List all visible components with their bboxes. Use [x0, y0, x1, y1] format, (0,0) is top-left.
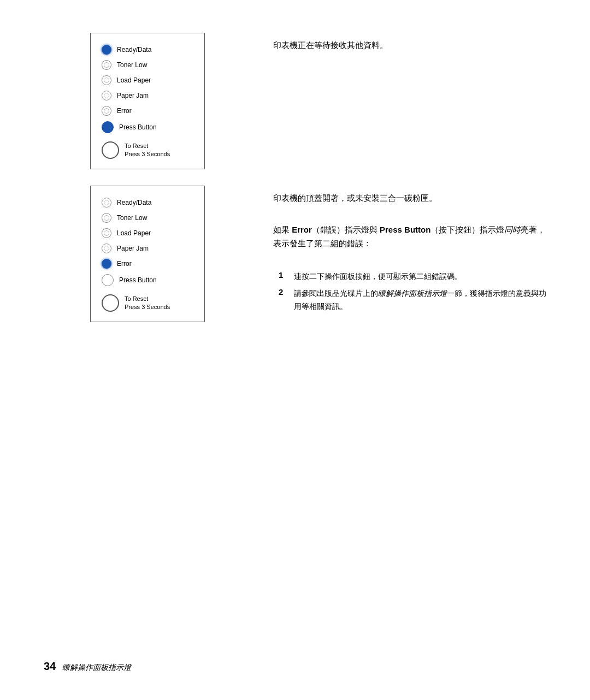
- led-inner-load-paper-1: [104, 78, 109, 83]
- reset-button-2: [102, 294, 119, 312]
- indicator-row-ready-data-2: Ready/Data: [102, 196, 193, 209]
- led-inner-load-paper-2: [104, 230, 109, 236]
- label-ready-data-2: Ready/Data: [117, 199, 151, 206]
- led-toner-low-2: [102, 213, 111, 223]
- reset-label-line1-2: To Reset: [125, 295, 170, 303]
- label-ready-data-1: Ready/Data: [117, 46, 151, 54]
- reset-area-2: To Reset Press 3 Seconds: [102, 290, 193, 312]
- indicator-row-paper-jam-2: Paper Jam: [102, 242, 193, 255]
- led-inner-ready-data-2: [104, 200, 109, 205]
- step-2-number: 2: [279, 287, 288, 296]
- led-inner-paper-jam-2: [104, 246, 109, 251]
- step2-italic: 瞭解操作面板指示燈: [378, 289, 447, 298]
- section-1: Ready/Data Toner Low Load Paper: [44, 33, 546, 169]
- led-inner-error-1: [104, 108, 109, 114]
- reset-labels-2: To Reset Press 3 Seconds: [125, 295, 170, 312]
- indicator-row-toner-low-1: Toner Low: [102, 58, 193, 72]
- led-inner-toner-low-1: [104, 62, 109, 68]
- footer-title: 瞭解操作面板指示燈: [62, 663, 131, 673]
- reset-label-line2-1: Press 3 Seconds: [125, 150, 170, 158]
- label-error-1: Error: [117, 107, 132, 115]
- led-ready-data-2: [102, 198, 111, 207]
- led-inner-ready-data-1: [104, 47, 109, 52]
- right-column-2: 印表機的頂蓋開著，或未安裝三合一碳粉匣。 如果 Error（錯誤）指示燈與 Pr…: [251, 186, 546, 322]
- desc2-italic: 同時: [504, 225, 521, 234]
- desc2-pressbutton-keyword: Press Button: [380, 225, 430, 234]
- led-inner-paper-jam-1: [104, 93, 109, 98]
- indicator-row-load-paper-1: Load Paper: [102, 74, 193, 87]
- footer: 34 瞭解操作面板指示燈: [44, 660, 131, 673]
- section-2: Ready/Data Toner Low Load Paper: [44, 186, 546, 322]
- label-paper-jam-1: Paper Jam: [117, 92, 149, 99]
- label-press-button-2: Press Button: [119, 276, 157, 284]
- led-error-1: [102, 106, 111, 116]
- page-number: 34: [44, 660, 56, 673]
- description-1: 印表機正在等待接收其他資料。: [273, 38, 546, 52]
- led-paper-jam-2: [102, 244, 111, 253]
- indicator-panel-2: Ready/Data Toner Low Load Paper: [90, 186, 205, 322]
- step-1-text: 連按二下操作面板按鈕，便可顯示第二組錯誤碼。: [294, 270, 462, 283]
- led-press-button-1: [102, 121, 114, 133]
- reset-button-1: [102, 141, 119, 159]
- led-inner-toner-low-2: [104, 215, 109, 221]
- reset-area-1: To Reset Press 3 Seconds: [102, 137, 193, 159]
- step-2: 2 請參閱出版品光碟片上的瞭解操作面板指示燈一節，獲得指示燈的意義與功用等相關資…: [279, 287, 546, 313]
- step2-prefix: 請參閱出版品光碟片上的: [294, 289, 378, 298]
- label-load-paper-1: Load Paper: [117, 76, 151, 84]
- led-ready-data-1: [102, 45, 111, 55]
- reset-label-line2-2: Press 3 Seconds: [125, 303, 170, 311]
- indicator-row-press-button-1: Press Button: [102, 120, 193, 135]
- indicator-panel-1: Ready/Data Toner Low Load Paper: [90, 33, 205, 169]
- led-toner-low-1: [102, 60, 111, 70]
- desc2-error-keyword: Error: [292, 225, 312, 234]
- step-1: 1 連按二下操作面板按鈕，便可顯示第二組錯誤碼。: [279, 270, 546, 283]
- page: Ready/Data Toner Low Load Paper: [0, 0, 590, 700]
- description-2-line1: 印表機的頂蓋開著，或未安裝三合一碳粉匣。: [273, 191, 546, 205]
- step-2-text: 請參閱出版品光碟片上的瞭解操作面板指示燈一節，獲得指示燈的意義與功用等相關資訊。: [294, 287, 546, 313]
- left-column-1: Ready/Data Toner Low Load Paper: [44, 33, 251, 169]
- label-toner-low-2: Toner Low: [117, 214, 147, 222]
- desc2-prefix: 如果: [273, 225, 292, 234]
- led-press-button-2: [102, 274, 114, 286]
- indicator-row-load-paper-2: Load Paper: [102, 227, 193, 240]
- label-press-button-1: Press Button: [119, 123, 157, 131]
- indicator-row-error-2: Error: [102, 257, 193, 270]
- reset-label-line1-1: To Reset: [125, 142, 170, 150]
- indicator-row-toner-low-2: Toner Low: [102, 211, 193, 224]
- label-toner-low-1: Toner Low: [117, 61, 147, 69]
- description-2-line2: 如果 Error（錯誤）指示燈與 Press Button（按下按鈕）指示燈同時…: [273, 223, 546, 251]
- reset-labels-1: To Reset Press 3 Seconds: [125, 142, 170, 159]
- left-column-2: Ready/Data Toner Low Load Paper: [44, 186, 251, 322]
- step-1-number: 1: [279, 270, 288, 280]
- desc2-mid1: （錯誤）指示燈與: [312, 225, 380, 234]
- label-load-paper-2: Load Paper: [117, 229, 151, 237]
- indicator-row-error-1: Error: [102, 104, 193, 117]
- indicator-row-paper-jam-1: Paper Jam: [102, 89, 193, 102]
- reset-button-row-1: To Reset Press 3 Seconds: [102, 141, 170, 159]
- indicator-row-press-button-2: Press Button: [102, 272, 193, 288]
- indicator-row-ready-data-1: Ready/Data: [102, 43, 193, 56]
- label-error-2: Error: [117, 260, 132, 268]
- led-load-paper-1: [102, 75, 111, 85]
- led-paper-jam-1: [102, 91, 111, 100]
- led-error-2: [102, 259, 111, 269]
- led-load-paper-2: [102, 228, 111, 238]
- label-paper-jam-2: Paper Jam: [117, 245, 149, 252]
- right-column-1: 印表機正在等待接收其他資料。: [251, 33, 546, 169]
- reset-button-row-2: To Reset Press 3 Seconds: [102, 294, 170, 312]
